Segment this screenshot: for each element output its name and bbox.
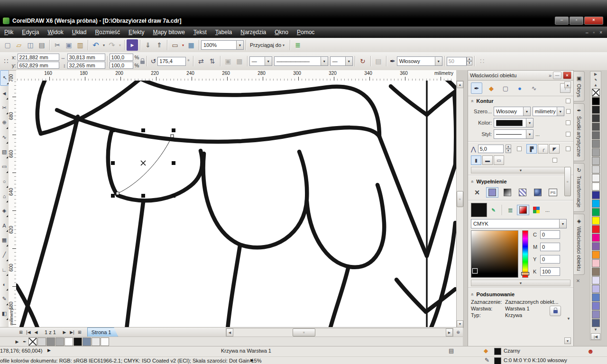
menu-item[interactable]: Tekst	[189, 27, 211, 37]
zoom-level-dropdown-icon[interactable]: ▼	[236, 41, 243, 49]
dropdown-icon[interactable]: ▼	[526, 118, 533, 127]
color-swatch[interactable]	[592, 319, 600, 327]
horizontal-ruler[interactable]: 160180200220240260280300320340360380 mil…	[16, 70, 456, 81]
toolbox-tool[interactable]: ▧	[0, 145, 9, 159]
document-palette-flyout[interactable]: ▶	[13, 338, 21, 346]
color-swatch[interactable]	[592, 123, 600, 131]
close-button[interactable]: ×	[584, 17, 603, 25]
toolbox-tool[interactable]: ✂	[0, 100, 9, 115]
proof-colors-icon[interactable]: ▤	[449, 347, 454, 354]
doc-minimize-button[interactable]: –	[586, 30, 589, 35]
curve-node[interactable]	[116, 192, 119, 195]
color-picker-cursor[interactable]	[472, 268, 478, 273]
next-page-button[interactable]: ▶	[61, 328, 68, 336]
color-viewer-button[interactable]	[517, 205, 529, 215]
start-arrowhead-dropdown-icon[interactable]: ▼	[265, 57, 272, 65]
menu-item[interactable]: Okno	[270, 27, 293, 37]
color-swatch[interactable]	[592, 310, 600, 318]
outline-section-tab[interactable]: ✒	[471, 82, 482, 94]
corner-bevel-button[interactable]: ◤	[549, 144, 560, 154]
previous-page-button[interactable]: ◀	[32, 328, 40, 336]
color-swatch[interactable]	[592, 293, 600, 301]
zoom-navigator-button[interactable]: ⊕	[454, 328, 462, 336]
postscript-fill-button[interactable]: PS	[547, 187, 559, 198]
docker-scrollbar[interactable]: ▲ ≡ ▼	[564, 82, 571, 344]
docker-tab[interactable]: ↻ Transformacje	[574, 163, 585, 212]
color-swatch[interactable]	[592, 114, 600, 122]
menu-item[interactable]: Narzędzia	[236, 27, 270, 37]
toolbox-tool[interactable]: ◈	[0, 203, 9, 218]
toolbox-tool[interactable]: ⌂	[0, 189, 9, 203]
menu-item[interactable]: Efekty	[124, 27, 148, 37]
arrange-button[interactable]: ▣	[222, 55, 234, 67]
toolbox-tool[interactable]: ∟	[0, 262, 9, 277]
row-checkbox[interactable]	[517, 146, 522, 151]
lock-ratio-icon[interactable]	[140, 61, 145, 64]
selection-handle[interactable]	[141, 194, 145, 198]
color-model-combo[interactable]: CMYK ▼	[471, 219, 567, 228]
docker-tab[interactable]: ◈ Właściwości obiektu	[574, 214, 585, 275]
outline-style-combo[interactable]: ▼	[494, 129, 533, 139]
color-swatch[interactable]	[83, 337, 91, 346]
color-swatch[interactable]	[592, 106, 600, 114]
toolbox-tool[interactable]: ⊕	[0, 115, 9, 130]
color-swatch[interactable]	[592, 242, 600, 250]
menu-item[interactable]: Układ	[68, 27, 91, 37]
color-swatch[interactable]	[592, 131, 600, 139]
object-height-field[interactable]	[67, 62, 105, 69]
docker-tab[interactable]: ✒ Środki artystyczne	[574, 103, 585, 161]
color-swatch[interactable]	[592, 157, 600, 165]
scroll-left-icon[interactable]: ◀	[226, 328, 233, 337]
doc-restore-button[interactable]: ▫	[593, 30, 595, 35]
redo-button[interactable]: ↷	[106, 39, 118, 51]
vertical-ruler[interactable]: 700680660640620600580 milimetry	[9, 81, 17, 327]
selection-handle[interactable]	[172, 128, 175, 132]
kontur-section-header[interactable]: » Kontur	[468, 96, 573, 106]
end-arrowhead-dropdown-icon[interactable]: ▼	[345, 57, 352, 65]
menu-item[interactable]: Rozmieść	[91, 27, 124, 37]
scroll-down-icon[interactable]: ▼	[457, 320, 463, 328]
curve-section-tab[interactable]: ∿	[529, 83, 539, 93]
toolbox-tool[interactable]: ∿	[0, 130, 9, 145]
palette-scroll-down-icon[interactable]: ▼	[591, 327, 600, 333]
color-swatch[interactable]	[592, 234, 600, 242]
toolbox-tool[interactable]: A	[0, 218, 9, 233]
fountain-fill-button[interactable]	[501, 187, 514, 198]
zoom-level-combo[interactable]: 100% ▼	[201, 40, 244, 50]
more-fill-options-button[interactable]: ...	[545, 207, 550, 213]
fill-color-swatch[interactable]	[471, 203, 487, 217]
toolbar-button[interactable]: ✂	[52, 39, 63, 51]
line-style-combo[interactable]: ——————— ▼	[274, 56, 328, 66]
color-swatch[interactable]	[592, 191, 600, 199]
toolbar-button[interactable]: ◫	[25, 39, 36, 51]
transparency-section-tab[interactable]: ▢	[500, 83, 511, 93]
toolbox-tool[interactable]: ▭	[0, 159, 9, 174]
selection-handle[interactable]	[141, 128, 145, 132]
profiles-flyout-icon[interactable]: ▶	[250, 358, 254, 363]
pattern-fill-button[interactable]	[516, 187, 529, 198]
application-launcher-button[interactable]: ▭	[169, 39, 181, 51]
color-swatch[interactable]	[101, 337, 109, 346]
start-arrowhead-combo[interactable]: — ▼	[249, 56, 272, 66]
eyedropper-icon[interactable]: ✒	[489, 206, 497, 214]
miter-limit-field[interactable]: 5,0	[478, 145, 504, 153]
application-launcher-dropdown[interactable]: ▾	[181, 43, 185, 47]
docker-scroll-thumb[interactable]: ≡	[564, 167, 571, 196]
scroll-right-icon[interactable]: ▶	[446, 328, 453, 337]
toolbox-tool[interactable]: ◄	[0, 86, 9, 100]
search-content-button[interactable]: ►	[127, 39, 138, 51]
docker-tab-close-button[interactable]: ✕	[574, 277, 582, 284]
toolbar-button[interactable]: ▱	[13, 39, 25, 51]
lock-properties-button[interactable]	[550, 306, 561, 316]
selection-handle[interactable]	[172, 194, 175, 198]
toolbox-tool[interactable]: ○	[0, 174, 9, 189]
color-swatch[interactable]	[592, 276, 600, 284]
rotation-angle-field[interactable]	[157, 57, 186, 66]
color-swatch[interactable]	[592, 200, 600, 208]
color-swatch[interactable]	[592, 268, 600, 276]
selection-handle[interactable]	[111, 161, 115, 165]
uniform-fill-button[interactable]	[486, 187, 498, 198]
toolbox-tool[interactable]: ◧	[0, 306, 9, 321]
snap-to-combo[interactable]: Przyciągaj do ▾	[248, 40, 288, 50]
kontur-collapse-bar[interactable]: ▼	[471, 167, 570, 173]
